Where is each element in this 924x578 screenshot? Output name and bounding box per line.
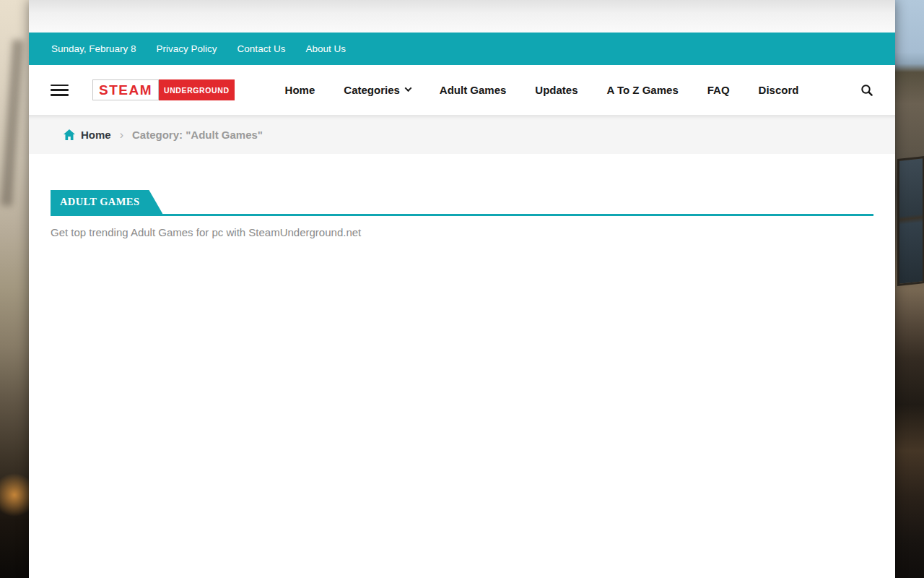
topbar-link-privacy-policy[interactable]: Privacy Policy: [157, 43, 217, 54]
page-wrapper: Sunday, February 8 Privacy Policy Contac…: [29, 0, 895, 578]
section-title-ribbon: ADULT GAMES: [51, 190, 162, 214]
nav-item-a-to-z-games[interactable]: A To Z Games: [607, 84, 679, 96]
topbar-link-about-us[interactable]: About Us: [305, 43, 346, 54]
main-content: ADULT GAMES Get top trending Adult Games…: [29, 154, 895, 238]
breadcrumb: Home › Category: "Adult Games": [29, 116, 895, 154]
breadcrumb-separator: ›: [120, 129, 123, 142]
background-image-right: [895, 0, 924, 578]
top-shadow-strip: [29, 0, 895, 33]
section-subtitle: Get top trending Adult Games for pc with…: [51, 226, 873, 238]
search-button[interactable]: [860, 84, 873, 97]
nav-item-categories-label: Categories: [344, 84, 400, 96]
nav-item-home[interactable]: Home: [285, 84, 315, 96]
breadcrumb-home-link[interactable]: Home: [64, 129, 111, 141]
topbar: Sunday, February 8 Privacy Policy Contac…: [29, 33, 895, 65]
main-header: STEAM UNDERGROUND Home Categories Adult …: [29, 65, 895, 116]
nav-item-categories[interactable]: Categories: [344, 84, 411, 96]
nav-item-faq[interactable]: FAQ: [707, 84, 730, 96]
section-title-underline: [51, 214, 873, 216]
logo-steam-text: STEAM: [92, 79, 159, 100]
topbar-link-contact-us[interactable]: Contact Us: [237, 43, 286, 54]
main-nav: Home Categories Adult Games Updates A To…: [285, 84, 799, 96]
nav-item-adult-games[interactable]: Adult Games: [440, 84, 507, 96]
nav-item-discord[interactable]: Discord: [759, 84, 799, 96]
search-icon: [860, 84, 873, 97]
chevron-down-icon: [404, 85, 411, 92]
current-date: Sunday, February 8: [51, 43, 136, 54]
breadcrumb-current-page: Category: "Adult Games": [132, 129, 263, 141]
site-logo[interactable]: STEAM UNDERGROUND: [92, 79, 235, 100]
breadcrumb-home-label: Home: [81, 129, 111, 141]
hamburger-menu-icon[interactable]: [51, 85, 69, 96]
logo-underground-text: UNDERGROUND: [159, 79, 235, 100]
home-icon: [64, 129, 75, 140]
background-image-left: [0, 0, 29, 578]
nav-item-updates[interactable]: Updates: [535, 84, 578, 96]
